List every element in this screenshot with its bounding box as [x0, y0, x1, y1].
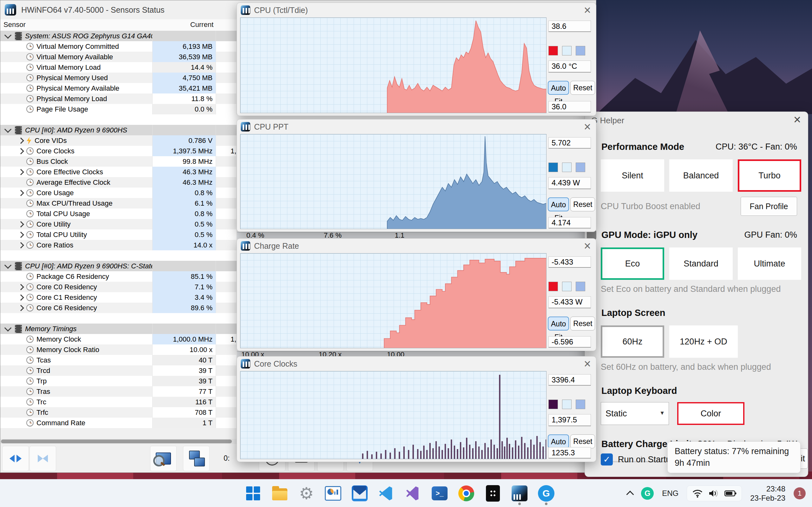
close-icon[interactable]: × — [794, 112, 801, 127]
sensor-column-header[interactable]: Sensor — [3, 20, 26, 29]
chevron-right-icon[interactable] — [18, 221, 24, 228]
vscode-taskbar-icon[interactable] — [377, 485, 395, 502]
grid-color-swatch[interactable] — [576, 282, 585, 291]
option-button-ultimate[interactable]: Ultimate — [738, 247, 801, 280]
start-taskbar-icon[interactable] — [244, 485, 262, 502]
sensor-label: Core VIDs — [35, 135, 67, 146]
reset-button[interactable]: Reset — [570, 317, 595, 331]
series-color-swatch[interactable] — [548, 400, 558, 409]
powershell-taskbar-icon[interactable]: >_ — [431, 485, 449, 502]
fan-profile-button[interactable]: Fan Profile — [741, 197, 797, 216]
sensor-current-value: 14.0 x — [153, 240, 216, 250]
screen-capture-button[interactable] — [150, 446, 177, 471]
close-icon[interactable]: × — [584, 3, 591, 17]
background-color-swatch[interactable] — [562, 400, 571, 409]
collapse-columns-button[interactable] — [30, 446, 56, 471]
reset-button[interactable]: Reset — [570, 198, 595, 211]
background-color-swatch[interactable] — [562, 282, 571, 291]
clock-icon — [26, 346, 34, 353]
chevron-down-icon[interactable] — [4, 262, 12, 269]
option-button-silent[interactable]: Silent — [601, 159, 664, 192]
chevron-right-icon[interactable] — [18, 294, 24, 301]
file-explorer-taskbar-icon[interactable] — [271, 485, 289, 502]
auto-fit-button[interactable]: Auto Fit — [548, 198, 569, 211]
graph-title: Charge Rate — [254, 241, 299, 250]
keyboard-color-button[interactable]: Color — [677, 402, 745, 425]
chevron-right-icon[interactable] — [18, 148, 24, 154]
auto-fit-button[interactable]: Auto Fit — [548, 317, 569, 331]
chevron-down-icon[interactable] — [4, 32, 12, 39]
performance-mode-header: Performance Mode — [601, 142, 684, 152]
grid-color-swatch[interactable] — [576, 400, 585, 409]
graph-titlebar[interactable]: CPU PPT× — [237, 119, 596, 134]
sensor-extra-value — [216, 386, 236, 397]
chevron-down-icon[interactable] — [4, 324, 12, 331]
auto-fit-button[interactable]: Auto Fit — [548, 435, 569, 448]
grid-color-swatch[interactable] — [576, 46, 585, 55]
visual-studio-taskbar-icon[interactable] — [404, 485, 422, 502]
reset-button[interactable]: Reset — [570, 81, 595, 95]
turbo-boost-note: CPU Turbo Boost enabled — [601, 202, 700, 211]
expand-columns-button[interactable] — [2, 446, 29, 471]
chevron-right-icon[interactable] — [18, 232, 24, 238]
option-button-balanced[interactable]: Balanced — [669, 159, 733, 192]
series-color-swatch[interactable] — [548, 163, 558, 172]
background-color-swatch[interactable] — [562, 46, 571, 55]
clock-icon — [26, 179, 34, 186]
tray-status-group[interactable] — [687, 486, 742, 501]
close-icon[interactable]: × — [584, 120, 591, 133]
notification-badge[interactable]: 1 — [794, 487, 806, 499]
remote-app-taskbar-icon[interactable] — [484, 485, 502, 502]
graph-plot-area[interactable] — [240, 253, 547, 348]
option-button-standard[interactable]: Standard — [669, 247, 733, 280]
reset-button[interactable]: Reset — [570, 435, 595, 448]
background-color-swatch[interactable] — [562, 163, 571, 172]
current-column-header[interactable]: Current — [153, 20, 213, 29]
graph-side-panel: 3396.41,397.5 MHzAuto FitReset1235.3 — [547, 372, 594, 460]
chevron-right-icon[interactable] — [18, 284, 24, 290]
grammarly-tray-icon[interactable]: G — [641, 487, 654, 500]
keyboard-mode-dropdown[interactable]: Static ▼ — [601, 402, 669, 425]
series-color-swatch[interactable] — [548, 46, 558, 55]
language-indicator[interactable]: ENG — [662, 489, 678, 498]
graph-plot-area[interactable] — [240, 371, 547, 459]
chrome-taskbar-icon[interactable] — [457, 485, 475, 502]
sensor-label: System: ASUS ROG Zephyrus G14 GA402RK_..… — [25, 31, 153, 41]
run-on-startup-checkbox[interactable]: ✓ — [601, 453, 613, 465]
chevron-right-icon[interactable] — [18, 305, 24, 311]
graph-titlebar[interactable]: CPU (Tctl/Tdie)× — [237, 3, 596, 17]
chevron-down-icon[interactable] — [4, 125, 12, 133]
chevron-down-icon: ▼ — [659, 410, 665, 416]
scrollbar-thumb[interactable] — [1, 440, 232, 443]
close-icon[interactable]: × — [584, 239, 591, 252]
series-color-swatch[interactable] — [548, 282, 558, 291]
remote-monitoring-button[interactable] — [183, 446, 210, 471]
sensor-extra-value — [216, 104, 236, 114]
sensor-current-value — [153, 125, 216, 135]
graph-titlebar[interactable]: Core Clocks× — [237, 356, 596, 371]
auto-fit-button[interactable]: Auto Fit — [548, 81, 569, 95]
sensor-current-value: 39 T — [153, 376, 216, 386]
option-button-120hz-od[interactable]: 120Hz + OD — [669, 326, 738, 358]
option-button-turbo[interactable]: Turbo — [738, 159, 801, 192]
sensor-label: Core C0 Residency — [37, 282, 97, 292]
chevron-right-icon[interactable] — [18, 137, 24, 144]
chevron-right-icon[interactable] — [18, 242, 24, 248]
close-icon[interactable]: × — [584, 357, 591, 371]
settings-taskbar-icon[interactable]: ⚙ — [298, 485, 315, 502]
tray-overflow-chevron-icon[interactable] — [626, 491, 634, 498]
hwinfo-taskbar-icon[interactable] — [511, 485, 528, 502]
chevron-right-icon[interactable] — [18, 169, 24, 175]
graph-plot-area[interactable] — [240, 17, 547, 113]
mail-taskbar-icon[interactable] — [351, 485, 368, 502]
ghelper-taskbar-icon[interactable]: G — [537, 485, 555, 502]
chevron-right-icon[interactable] — [18, 190, 24, 196]
graph-titlebar[interactable]: Charge Rate× — [237, 239, 596, 253]
graph-plot-area[interactable] — [240, 134, 547, 229]
option-button-eco[interactable]: Eco — [601, 247, 664, 280]
option-button-60hz[interactable]: 60Hz — [601, 326, 664, 358]
taskbar-clock[interactable]: 23:48 23-Feb-23 — [750, 484, 785, 503]
system-monitor-taskbar-icon[interactable] — [324, 485, 342, 502]
desktop: HWiNFO64 v7.40-5000 - Sensors Status Sen… — [0, 0, 812, 507]
grid-color-swatch[interactable] — [576, 163, 585, 172]
